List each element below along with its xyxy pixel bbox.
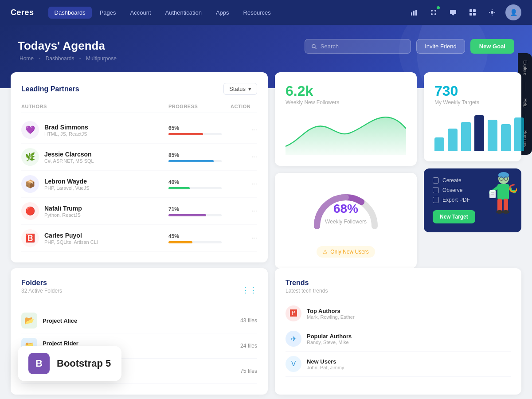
trend-row: ✈ Popular Authors Randy, Steve, Mike <box>286 326 511 352</box>
apps-icon[interactable] <box>466 6 479 19</box>
invite-friend-button[interactable]: Invite Friend <box>416 39 465 54</box>
bar-item <box>488 120 497 151</box>
bar <box>514 117 524 151</box>
new-target-button[interactable]: New Target <box>433 210 475 223</box>
breadcrumb-multipurpose: Multipurpose <box>86 55 117 62</box>
only-new-users-label: Only New Users <box>330 249 369 255</box>
action-dots[interactable]: ··· <box>231 153 257 161</box>
user-avatar[interactable]: 👤 <box>505 4 521 20</box>
gauge-card: 68% Weekly Followers ⚠ Only New Users <box>275 173 417 268</box>
partner-rows: 💜 Brad Simmons HTML, JS, ReactJS 65% ···… <box>21 117 257 252</box>
svg-point-26 <box>502 210 509 214</box>
partner-row: 📦 Lebron Wayde PHP, Laravel, VueJS 40% ·… <box>21 171 257 198</box>
svg-rect-1 <box>413 11 415 16</box>
cta-checkbox-0 <box>433 177 439 184</box>
partner-name: Jessie Clarcson <box>44 151 94 158</box>
search-box[interactable] <box>305 39 411 54</box>
targets-card: 730 My Weekly Targets <box>424 72 521 161</box>
progress-col: 65% <box>168 125 231 135</box>
cta-illustration <box>481 171 517 224</box>
trend-sub: John, Pat, Jimmy <box>307 365 344 370</box>
action-dots[interactable]: ··· <box>231 126 257 134</box>
breadcrumb-home[interactable]: Home <box>20 55 34 62</box>
svg-point-4 <box>434 10 436 12</box>
search-input[interactable] <box>321 43 404 50</box>
card-header: Leading Partners Status ▾ <box>21 83 257 95</box>
partner-name: Lebron Wayde <box>44 178 90 185</box>
action-dots[interactable]: ··· <box>231 207 257 215</box>
progress-bar-bg <box>168 160 222 162</box>
action-dots[interactable]: ··· <box>231 234 257 242</box>
svg-rect-8 <box>469 9 472 12</box>
followers-chart <box>286 111 406 155</box>
trend-rows: 🅿 Top Authors Mark, Rowling, Esther ✈ Po… <box>286 301 511 377</box>
folders-dots[interactable]: ⋮⋮ <box>241 285 257 295</box>
settings-icon[interactable] <box>486 6 498 19</box>
cta-checkbox-1 <box>433 187 439 193</box>
folders-subtitle: 32 Active Folders <box>21 288 62 294</box>
cta-card: Cereate Observe Export PDF New Target <box>424 168 521 232</box>
nav-item-dashboards[interactable]: Dashboards <box>48 7 92 19</box>
chart-icon[interactable] <box>408 6 420 19</box>
partner-name: Natali Trump <box>44 205 82 212</box>
gauge-pct: 68% <box>333 202 358 216</box>
partner-skills: PHP, Laravel, VueJS <box>44 185 90 191</box>
bootstrap-text: Bootstrap 5 <box>57 358 111 369</box>
followers-value: 6.2k <box>286 83 406 99</box>
trend-icon: ✈ <box>286 331 301 347</box>
progress-bar-bg <box>168 133 222 135</box>
partner-avatar: 💜 <box>21 121 39 139</box>
partner-row: 🅱️ Carles Puyol PHP, SQLite, Artisan CLI… <box>21 225 257 252</box>
targets-value: 730 <box>434 83 511 99</box>
partner-info: 💜 Brad Simmons HTML, JS, ReactJS <box>21 121 168 139</box>
svg-point-12 <box>491 11 493 14</box>
folder-files: 24 files <box>240 343 257 349</box>
trends-subtitle: Latest tech trends <box>286 288 511 294</box>
bar <box>501 124 511 151</box>
col-authors: AUTHORS <box>21 104 168 109</box>
grid-icon[interactable] <box>427 6 440 19</box>
trends-card: Trends Latest tech trends 🅿 Top Authors … <box>275 268 521 395</box>
svg-point-13 <box>312 44 315 47</box>
middle-col: 6.2k Weekly New Followers <box>275 72 417 268</box>
folders-title: Folders <box>21 279 62 287</box>
partner-row: 🔴 Natali Trump Python, ReactJS 71% ··· <box>21 198 257 225</box>
bootstrap-watermark: B Bootstrap 5 <box>18 346 121 381</box>
partner-row: 🌿 Jessie Clarcson C#, ASP.NET, MS SQL 85… <box>21 144 257 171</box>
svg-line-14 <box>315 47 317 49</box>
bar <box>488 120 497 151</box>
nav-item-apps[interactable]: Apps <box>210 7 235 19</box>
svg-rect-11 <box>473 13 476 16</box>
gauge-container: 68% Weekly Followers <box>286 184 406 241</box>
progress-bar-fill <box>168 214 206 216</box>
targets-label: My Weekly Targets <box>434 99 511 106</box>
folder-icon: 📂 <box>21 313 37 329</box>
nav-item-pages[interactable]: Pages <box>94 7 122 19</box>
bootstrap-icon: B <box>28 353 50 374</box>
brand-logo: Ceres <box>11 8 34 17</box>
navbar: Ceres Dashboards Pages Account Authentic… <box>0 0 532 25</box>
action-dots[interactable]: ··· <box>231 180 257 188</box>
message-icon[interactable] <box>447 6 459 19</box>
right-col: 730 My Weekly Targets Cereate Observe <box>424 72 521 232</box>
breadcrumb-dashboards[interactable]: Dashboards <box>46 55 74 62</box>
partner-info: 🔴 Natali Trump Python, ReactJS <box>21 202 168 220</box>
trend-row: 🅿 Top Authors Mark, Rowling, Esther <box>286 301 511 326</box>
status-dropdown[interactable]: Status ▾ <box>223 83 257 95</box>
chevron-down-icon: ▾ <box>248 86 251 92</box>
trends-title: Trends <box>286 279 511 287</box>
new-goal-button[interactable]: New Goal <box>470 39 514 54</box>
trend-sub: Randy, Steve, Mike <box>307 340 352 345</box>
progress-bar-bg <box>168 187 222 189</box>
bar-item <box>501 124 511 151</box>
targets-chart <box>434 111 511 151</box>
folders-header: Folders 32 Active Folders ⋮⋮ <box>21 279 257 301</box>
trend-name: Popular Authors <box>307 333 352 340</box>
nav-item-resources[interactable]: Resources <box>237 7 277 19</box>
partner-info: 🅱️ Carles Puyol PHP, SQLite, Artisan CLI <box>21 229 168 247</box>
progress-pct: 65% <box>168 125 231 131</box>
nav-item-authentication[interactable]: Authentication <box>159 7 208 19</box>
nav-item-account[interactable]: Account <box>124 7 157 19</box>
progress-pct: 45% <box>168 233 231 239</box>
progress-col: 45% <box>168 233 231 243</box>
